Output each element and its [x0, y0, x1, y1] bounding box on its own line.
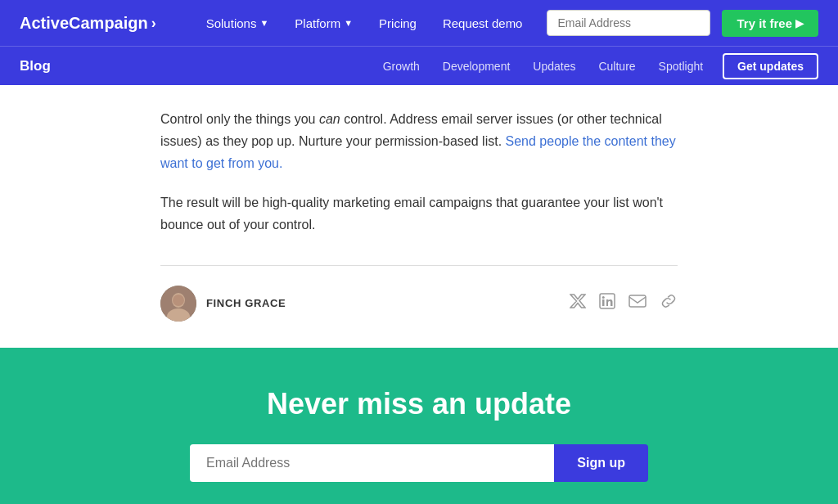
get-updates-button[interactable]: Get updates	[723, 53, 818, 79]
section-divider	[160, 265, 678, 266]
platform-caret: ▼	[344, 18, 353, 28]
nav-solutions[interactable]: Solutions ▼	[195, 10, 281, 37]
blog-nav-links: Growth Development Updates Culture Spotl…	[373, 53, 818, 79]
nav-pricing[interactable]: Pricing	[367, 10, 428, 37]
svg-point-3	[173, 295, 184, 306]
blog-nav-updates[interactable]: Updates	[523, 55, 585, 78]
email-icon[interactable]	[628, 295, 647, 312]
signup-button[interactable]: Sign up	[554, 444, 648, 482]
try-it-free-button[interactable]: Try it free ▶	[722, 10, 818, 37]
linkedin-icon[interactable]	[599, 293, 615, 313]
blog-nav-spotlight[interactable]: Spotlight	[649, 55, 713, 78]
cta-section: Never miss an update Sign up	[0, 348, 838, 504]
brand-name: ActiveCampaign	[20, 14, 148, 33]
article-paragraph-2: The result will be high-quality marketin…	[160, 191, 678, 236]
author-name: FINCH GRACE	[206, 297, 286, 309]
link-icon[interactable]	[660, 292, 678, 314]
author-info: FINCH GRACE	[160, 286, 286, 322]
main-nav-links: Solutions ▼ Platform ▼ Pricing Request d…	[195, 10, 818, 37]
avatar-image	[160, 286, 196, 322]
article-content: Control only the things you can control.…	[141, 85, 697, 341]
article-paragraph-1: Control only the things you can control.…	[160, 108, 678, 175]
nav-request-demo[interactable]: Request demo	[431, 10, 534, 37]
blog-navigation: Blog Growth Development Updates Culture …	[0, 46, 838, 85]
blog-nav-growth[interactable]: Growth	[373, 55, 430, 78]
cta-title: Never miss an update	[0, 387, 838, 421]
author-social-links	[570, 292, 678, 314]
solutions-caret: ▼	[259, 18, 268, 28]
cta-email-input[interactable]	[190, 444, 554, 482]
try-arrow-icon: ▶	[795, 17, 804, 29]
svg-point-6	[602, 296, 605, 299]
nav-email-input[interactable]	[547, 10, 710, 36]
author-row: FINCH GRACE	[160, 286, 678, 341]
brand-logo[interactable]: ActiveCampaign ›	[20, 14, 156, 33]
nav-platform[interactable]: Platform ▼	[283, 10, 364, 37]
twitter-icon[interactable]	[570, 294, 586, 313]
blog-nav-development[interactable]: Development	[433, 55, 520, 78]
top-navigation: ActiveCampaign › Solutions ▼ Platform ▼ …	[0, 0, 838, 46]
cta-form: Sign up	[190, 444, 648, 482]
avatar	[160, 286, 196, 322]
svg-rect-7	[629, 295, 646, 307]
brand-arrow: ›	[151, 15, 156, 32]
blog-nav-culture[interactable]: Culture	[588, 55, 645, 78]
blog-label: Blog	[20, 58, 51, 74]
svg-rect-5	[602, 299, 605, 306]
